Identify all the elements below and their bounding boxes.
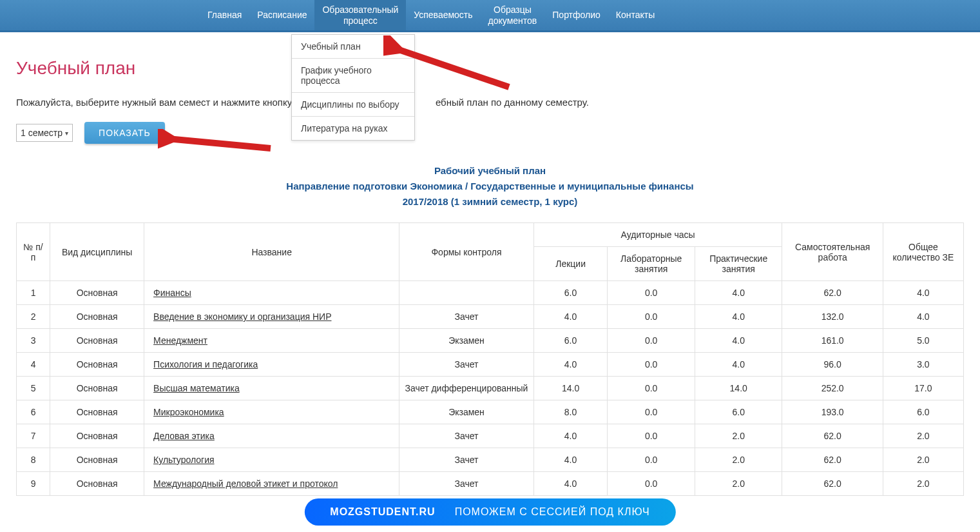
edu-process-dropdown: Учебный план График учебного процесса Ди… (291, 34, 415, 141)
cell-control: Зачет (399, 353, 534, 377)
show-button[interactable]: ПОКАЗАТЬ (84, 122, 165, 144)
cell-lab: 0.0 (608, 472, 695, 496)
plan-header-line: Направление подготовки Экономика / Госуд… (16, 179, 964, 194)
th-self: Самостоятельная работа (782, 223, 883, 281)
nav-portfolio[interactable]: Портфолио (544, 0, 608, 30)
semester-select[interactable]: 1 семестр (16, 124, 73, 142)
discipline-link[interactable]: Высшая математика (153, 383, 240, 393)
discipline-link[interactable]: Деловая этика (153, 431, 215, 441)
cell-control: Зачет (399, 424, 534, 448)
table-row: 6ОсновнаяМикроэкономикаЭкзамен8.00.06.01… (17, 400, 964, 424)
cell-num: 2 (17, 305, 50, 329)
cell-total: 5.0 (883, 329, 963, 353)
cell-name: Менеджмент (144, 329, 399, 353)
dropdown-literature[interactable]: Литература на руках (292, 117, 414, 140)
cell-practice: 4.0 (695, 281, 782, 305)
cell-lectures: 4.0 (533, 424, 608, 448)
nav-main[interactable]: Главная (200, 0, 249, 30)
cell-num: 9 (17, 472, 50, 496)
discipline-link[interactable]: Психология и педагогика (153, 359, 258, 369)
nav-docs[interactable]: Образцы документов (481, 0, 545, 30)
cell-name: Деловая этика (144, 424, 399, 448)
cell-lab: 0.0 (608, 448, 695, 472)
dropdown-curriculum[interactable]: Учебный план (292, 35, 414, 59)
discipline-link[interactable]: Микроэкономика (153, 407, 224, 417)
cell-lab: 0.0 (608, 305, 695, 329)
cell-lectures: 6.0 (533, 329, 608, 353)
cell-total: 6.0 (883, 400, 963, 424)
cell-practice: 14.0 (695, 377, 782, 400)
cell-self: 132.0 (782, 305, 883, 329)
nav-label: Расписание (257, 10, 307, 21)
cell-total: 2.0 (883, 424, 963, 448)
footer-banner[interactable]: MOZGSTUDENT.RU ПОМОЖЕМ С СЕССИЕЙ ПОД КЛЮ… (304, 498, 675, 526)
dropdown-elective[interactable]: Дисциплины по выбору (292, 93, 414, 117)
nav-label: Контакты (616, 10, 655, 21)
cell-control: Экзамен (399, 400, 534, 424)
nav-edu-process[interactable]: Образовательный процесс (314, 0, 406, 30)
discipline-link[interactable]: Культурология (153, 455, 215, 465)
cell-control: Зачет (399, 472, 534, 496)
plan-header: Рабочий учебный план Направление подгото… (16, 163, 964, 210)
cell-type: Основная (50, 424, 144, 448)
cell-num: 3 (17, 329, 50, 353)
nav-progress[interactable]: Успеваемость (406, 0, 480, 30)
cell-lectures: 8.0 (533, 400, 608, 424)
discipline-link[interactable]: Международный деловой этикет и протокол (153, 478, 338, 489)
cell-practice: 4.0 (695, 305, 782, 329)
dropdown-schedule-graph[interactable]: График учебного процесса (292, 59, 414, 93)
plan-header-line: Рабочий учебный план (16, 163, 964, 179)
cell-self: 62.0 (782, 424, 883, 448)
cell-num: 6 (17, 400, 50, 424)
cell-practice: 2.0 (695, 424, 782, 448)
cell-practice: 2.0 (695, 448, 782, 472)
plan-header-line: 2017/2018 (1 зимний семестр, 1 курс) (16, 194, 964, 210)
nav-schedule[interactable]: Расписание (249, 0, 314, 30)
cell-self: 62.0 (782, 448, 883, 472)
cell-control (399, 281, 534, 305)
discipline-link[interactable]: Введение в экономику и организация НИР (153, 311, 331, 322)
discipline-link[interactable]: Менеджмент (153, 335, 207, 346)
th-audit-group: Аудиторные часы (533, 223, 782, 247)
cell-lectures: 4.0 (533, 353, 608, 377)
nav-contacts[interactable]: Контакты (608, 0, 662, 30)
nav-label: Портфолио (552, 10, 600, 21)
cell-name: Микроэкономика (144, 400, 399, 424)
cell-lectures: 14.0 (533, 377, 608, 400)
table-row: 5ОсновнаяВысшая математикаЗачет дифферен… (17, 377, 964, 400)
cell-num: 8 (17, 448, 50, 472)
cell-num: 5 (17, 377, 50, 400)
cell-type: Основная (50, 448, 144, 472)
cell-lab: 0.0 (608, 377, 695, 400)
cell-name: Психология и педагогика (144, 353, 399, 377)
cell-total: 2.0 (883, 448, 963, 472)
cell-total: 3.0 (883, 353, 963, 377)
curriculum-table: № п/п Вид дисциплины Название Формы конт… (16, 222, 964, 496)
cell-lectures: 4.0 (533, 305, 608, 329)
table-row: 9ОсновнаяМеждународный деловой этикет и … (17, 472, 964, 496)
cell-self: 193.0 (782, 400, 883, 424)
cell-type: Основная (50, 400, 144, 424)
cell-total: 17.0 (883, 377, 963, 400)
cell-control: Зачет (399, 448, 534, 472)
cell-lectures: 4.0 (533, 448, 608, 472)
cell-lab: 0.0 (608, 424, 695, 448)
table-row: 3ОсновнаяМенеджментЭкзамен6.00.04.0161.0… (17, 329, 964, 353)
cell-type: Основная (50, 329, 144, 353)
nav-label: Главная (207, 10, 242, 21)
cell-type: Основная (50, 305, 144, 329)
nav-label: Успеваемость (414, 10, 472, 21)
cell-practice: 6.0 (695, 400, 782, 424)
instruction-after: ебный план по данному семестру. (436, 97, 589, 108)
cell-name: Международный деловой этикет и протокол (144, 472, 399, 496)
cell-type: Основная (50, 377, 144, 400)
discipline-link[interactable]: Финансы (153, 288, 191, 298)
cell-lab: 0.0 (608, 281, 695, 305)
cell-lectures: 4.0 (533, 472, 608, 496)
cell-name: Финансы (144, 281, 399, 305)
cell-type: Основная (50, 472, 144, 496)
nav-label: Образцы (494, 5, 532, 15)
cell-self: 96.0 (782, 353, 883, 377)
cell-total: 2.0 (883, 472, 963, 496)
cell-name: Введение в экономику и организация НИР (144, 305, 399, 329)
